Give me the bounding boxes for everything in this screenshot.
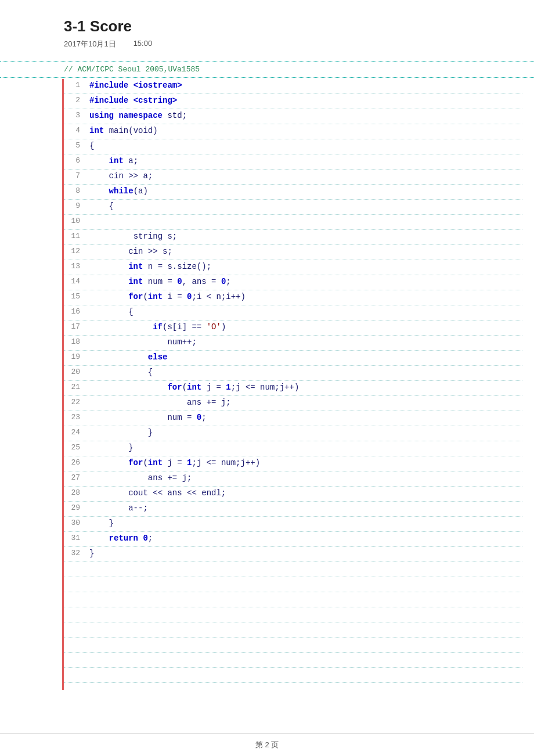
line-content: }: [86, 547, 522, 561]
code-line-31: 31 return 0;: [64, 532, 522, 547]
blank-line: [64, 577, 522, 592]
line-number: 7: [64, 170, 86, 184]
page-footer: 第 2 页: [0, 733, 534, 756]
line-number: 24: [64, 426, 86, 441]
line-content: }: [86, 517, 522, 531]
line-content: using namespace std;: [86, 109, 522, 124]
blank-line: [64, 653, 522, 668]
line-number: 31: [64, 532, 86, 546]
line-content: cin >> a;: [86, 170, 522, 184]
code-line-4: 4int main(void): [64, 124, 522, 139]
blank-line: [64, 638, 522, 653]
source-comment: // ACM/ICPC Seoul 2005,UVa1585: [0, 61, 534, 78]
line-content: for(int i = 0;i < n;i++): [86, 290, 522, 305]
line-number: 15: [64, 290, 86, 305]
code-line-20: 20 {: [64, 366, 522, 381]
line-content: ans += j;: [86, 396, 522, 411]
line-number: 1: [64, 79, 86, 93]
code-line-2: 2#include <cstring>: [64, 94, 522, 109]
line-content: int n = s.size();: [86, 260, 522, 275]
line-number: 19: [64, 351, 86, 365]
line-number: 4: [64, 124, 86, 139]
code-line-12: 12 cin >> s;: [64, 245, 522, 260]
code-line-5: 5{: [64, 139, 522, 154]
line-content: }: [86, 426, 522, 441]
line-content: int main(void): [86, 124, 522, 139]
line-content: else: [86, 351, 522, 365]
code-line-11: 11 string s;: [64, 230, 522, 245]
code-line-15: 15 for(int i = 0;i < n;i++): [64, 290, 522, 305]
blank-line: [64, 668, 522, 683]
code-line-23: 23 num = 0;: [64, 411, 522, 426]
line-number: 27: [64, 471, 86, 486]
code-line-16: 16 {: [64, 305, 522, 321]
page-container: 3-1 Score 2017年10月1日 15:00 // ACM/ICPC S…: [0, 0, 534, 756]
line-content: for(int j = 1;j <= num;j++): [86, 456, 522, 471]
blank-line: [64, 562, 522, 577]
code-line-19: 19 else: [64, 351, 522, 366]
line-number: 30: [64, 517, 86, 531]
line-number: 6: [64, 154, 86, 169]
code-line-14: 14 int num = 0, ans = 0;: [64, 275, 522, 290]
line-number: 11: [64, 230, 86, 244]
line-number: 18: [64, 336, 86, 350]
line-number: 20: [64, 366, 86, 380]
code-line-22: 22 ans += j;: [64, 396, 522, 411]
code-line-24: 24 }: [64, 426, 522, 441]
time-label: 15:00: [134, 39, 153, 49]
line-content: num = 0;: [86, 411, 522, 426]
line-content: cout << ans << endl;: [86, 487, 522, 501]
spacer: [0, 690, 534, 733]
line-number: 10: [64, 215, 86, 229]
code-line-26: 26 for(int j = 1;j <= num;j++): [64, 456, 522, 471]
line-content: int a;: [86, 154, 522, 169]
line-number: 23: [64, 411, 86, 426]
code-line-6: 6 int a;: [64, 154, 522, 170]
line-content: if(s[i] == 'O'): [86, 321, 522, 335]
empty-area: [64, 562, 522, 690]
line-number: 17: [64, 321, 86, 335]
line-content: #include <cstring>: [86, 94, 522, 109]
line-content: {: [86, 305, 522, 320]
line-content: a--;: [86, 502, 522, 516]
line-number: 21: [64, 381, 86, 395]
line-content: return 0;: [86, 532, 522, 546]
line-number: 29: [64, 502, 86, 516]
line-content: for(int j = 1;j <= num;j++): [86, 381, 522, 395]
line-number: 2: [64, 94, 86, 109]
code-block: 1#include <iostream>2#include <cstring>3…: [62, 79, 522, 690]
line-content: ans += j;: [86, 471, 522, 486]
page-meta: 2017年10月1日 15:00: [64, 39, 470, 49]
line-number: 28: [64, 487, 86, 501]
code-line-1: 1#include <iostream>: [64, 79, 522, 94]
blank-line: [64, 607, 522, 622]
code-line-17: 17 if(s[i] == 'O'): [64, 321, 522, 336]
code-line-7: 7 cin >> a;: [64, 170, 522, 185]
line-number: 12: [64, 245, 86, 260]
line-number: 22: [64, 396, 86, 411]
blank-line: [64, 592, 522, 607]
line-content: int num = 0, ans = 0;: [86, 275, 522, 290]
line-content: {: [86, 139, 522, 154]
line-number: 14: [64, 275, 86, 290]
line-content: num++;: [86, 336, 522, 350]
code-line-13: 13 int n = s.size();: [64, 260, 522, 275]
code-line-3: 3using namespace std;: [64, 109, 522, 124]
line-number: 32: [64, 547, 86, 561]
line-content: string s;: [86, 230, 522, 244]
line-number: 8: [64, 185, 86, 199]
header-section: 3-1 Score 2017年10月1日 15:00: [0, 0, 534, 61]
line-number: 3: [64, 109, 86, 124]
code-line-8: 8 while(a): [64, 185, 522, 200]
line-content: {: [86, 366, 522, 380]
code-line-18: 18 num++;: [64, 336, 522, 351]
line-content: [86, 215, 522, 229]
line-content: cin >> s;: [86, 245, 522, 260]
line-number: 9: [64, 200, 86, 214]
code-line-9: 9 {: [64, 200, 522, 215]
code-line-32: 32}: [64, 547, 522, 562]
line-number: 5: [64, 139, 86, 154]
blank-line: [64, 622, 522, 638]
line-content: {: [86, 200, 522, 214]
line-number: 25: [64, 441, 86, 456]
